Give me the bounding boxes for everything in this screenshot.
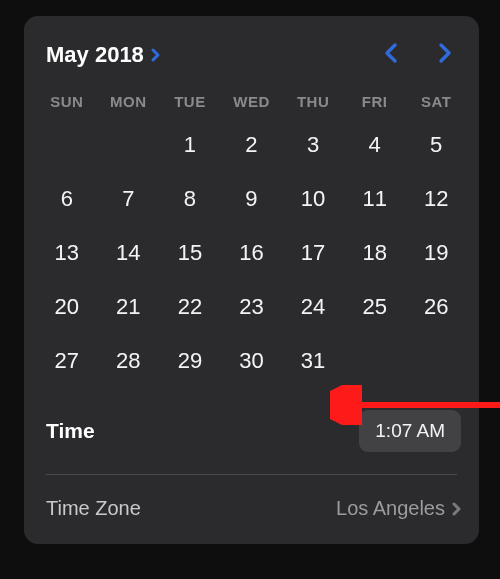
calendar-day[interactable]: 5 [405,118,467,172]
calendar-day[interactable]: 14 [98,226,160,280]
calendar-day[interactable]: 31 [282,334,344,388]
calendar-day[interactable]: 2 [221,118,283,172]
day-of-week-header: SUN [36,83,98,118]
calendar-day[interactable]: 13 [36,226,98,280]
timezone-value: Los Angeles [336,497,445,520]
calendar-day[interactable]: 6 [36,172,98,226]
calendar-day[interactable]: 17 [282,226,344,280]
calendar-day[interactable]: 30 [221,334,283,388]
chevron-right-icon [451,500,463,518]
calendar-header: May 2018 [24,16,479,75]
calendar-day[interactable]: 12 [405,172,467,226]
chevron-right-icon [437,42,453,64]
timezone-value-wrap: Los Angeles [336,497,463,520]
calendar-day[interactable]: 28 [98,334,160,388]
calendar-day[interactable]: 22 [159,280,221,334]
calendar-day[interactable]: 3 [282,118,344,172]
timezone-row[interactable]: Time Zone Los Angeles [24,475,479,544]
time-picker-button[interactable]: 1:07 AM [359,410,461,452]
timezone-label: Time Zone [46,497,141,520]
calendar-empty-cell [98,118,160,172]
calendar-day[interactable]: 27 [36,334,98,388]
day-of-week-header: THU [282,83,344,118]
calendar-day[interactable]: 4 [344,118,406,172]
day-of-week-header: SAT [405,83,467,118]
time-label: Time [46,419,95,443]
prev-month-button[interactable] [379,38,403,71]
calendar-day[interactable]: 1 [159,118,221,172]
calendar-day[interactable]: 8 [159,172,221,226]
calendar-day[interactable]: 16 [221,226,283,280]
calendar-empty-cell [36,118,98,172]
chevron-left-icon [383,42,399,64]
calendar-day[interactable]: 26 [405,280,467,334]
calendar-day[interactable]: 18 [344,226,406,280]
calendar-day[interactable]: 29 [159,334,221,388]
calendar-day[interactable]: 7 [98,172,160,226]
month-year-button[interactable]: May 2018 [46,42,162,68]
time-row: Time 1:07 AM [24,404,479,474]
date-time-panel: May 2018 SUNMONTUEWEDTHUFRISAT1234567891… [24,16,479,544]
calendar-day[interactable]: 20 [36,280,98,334]
calendar-day[interactable]: 24 [282,280,344,334]
day-of-week-header: FRI [344,83,406,118]
day-of-week-header: TUE [159,83,221,118]
time-value: 1:07 AM [375,420,445,441]
calendar-day[interactable]: 25 [344,280,406,334]
calendar-day[interactable]: 19 [405,226,467,280]
calendar-day[interactable]: 21 [98,280,160,334]
month-nav [379,38,461,71]
calendar-grid: SUNMONTUEWEDTHUFRISAT1234567891011121314… [24,75,479,404]
calendar-day[interactable]: 10 [282,172,344,226]
next-month-button[interactable] [433,38,457,71]
calendar-day[interactable]: 15 [159,226,221,280]
day-of-week-header: MON [98,83,160,118]
month-year-label: May 2018 [46,42,144,68]
calendar-day[interactable]: 9 [221,172,283,226]
calendar-day[interactable]: 11 [344,172,406,226]
day-of-week-header: WED [221,83,283,118]
chevron-right-icon [150,47,162,63]
calendar-day[interactable]: 23 [221,280,283,334]
